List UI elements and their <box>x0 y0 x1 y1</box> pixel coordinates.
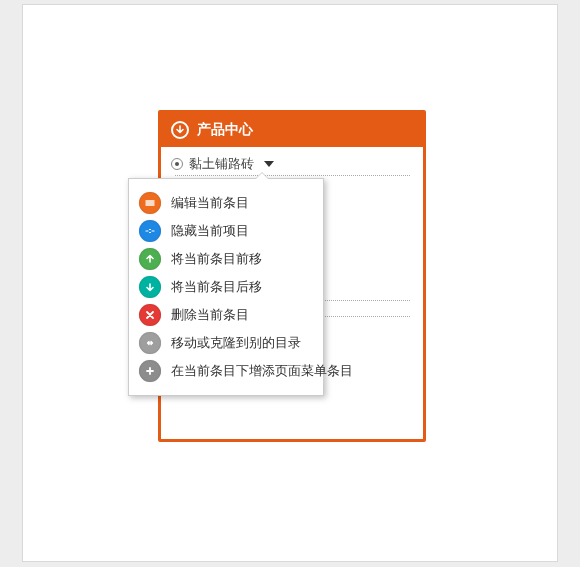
menu-item-move-up[interactable]: 将当前条目前移 <box>135 245 317 273</box>
arrow-up-icon <box>139 248 161 270</box>
menu-item-label: 删除当前条目 <box>171 307 249 324</box>
hide-icon <box>139 220 161 242</box>
close-icon <box>139 304 161 326</box>
panel-title: 产品中心 <box>197 121 253 139</box>
menu-item-hide[interactable]: 隐藏当前项目 <box>135 217 317 245</box>
menu-item-label: 隐藏当前项目 <box>171 223 249 240</box>
menu-item-add-submenu[interactable]: 在当前条目下增添页面菜单条目 <box>135 357 317 385</box>
move-icon <box>139 332 161 354</box>
menu-item-label: 将当前条目前移 <box>171 251 262 268</box>
menu-item-label: 移动或克隆到别的目录 <box>171 335 301 352</box>
arrow-down-circle-icon <box>175 125 185 135</box>
menu-item-label: 将当前条目后移 <box>171 279 262 296</box>
plus-icon <box>139 360 161 382</box>
menu-item-label: 在当前条目下增添页面菜单条目 <box>171 363 353 380</box>
menu-item-edit[interactable]: 编辑当前条目 <box>135 189 317 217</box>
panel-body: 黏土铺路砖 <box>161 147 423 173</box>
current-item-label: 黏土铺路砖 <box>189 155 254 173</box>
panel-header-icon <box>171 121 189 139</box>
menu-item-label: 编辑当前条目 <box>171 195 249 212</box>
menu-item-delete[interactable]: 删除当前条目 <box>135 301 317 329</box>
menu-item-move-down[interactable]: 将当前条目后移 <box>135 273 317 301</box>
divider <box>175 175 410 176</box>
panel-header: 产品中心 <box>161 113 423 147</box>
canvas: 产品中心 黏土铺路砖 编辑当前条目 隐藏当前项目 <box>0 0 580 567</box>
arrow-down-icon <box>139 276 161 298</box>
divider <box>321 300 410 301</box>
divider <box>321 316 410 317</box>
context-menu: 编辑当前条目 隐藏当前项目 将当前条目前移 将当前条目后移 删除当前条目 <box>128 178 324 396</box>
radio-icon <box>171 158 183 170</box>
current-item-row[interactable]: 黏土铺路砖 <box>171 155 413 173</box>
menu-item-move-clone[interactable]: 移动或克隆到别的目录 <box>135 329 317 357</box>
edit-icon <box>139 192 161 214</box>
chevron-down-icon[interactable] <box>264 161 274 167</box>
